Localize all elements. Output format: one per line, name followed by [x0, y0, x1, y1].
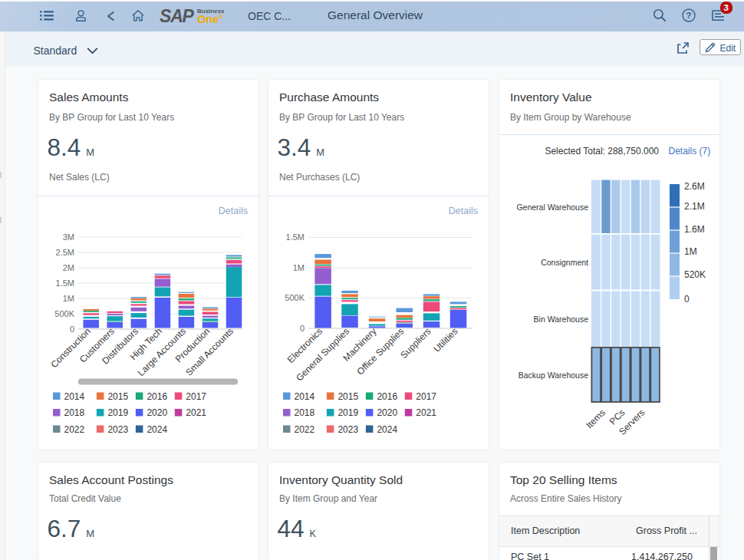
svg-text:3M: 3M — [63, 232, 74, 242]
svg-text:1M: 1M — [63, 294, 74, 303]
svg-text:1M: 1M — [293, 263, 305, 272]
svg-text:520K: 520K — [684, 269, 706, 280]
svg-text:0: 0 — [300, 324, 305, 333]
svg-text:2021: 2021 — [186, 407, 206, 418]
svg-text:2014: 2014 — [64, 391, 85, 402]
svg-text:Backup Warehouse: Backup Warehouse — [518, 371, 588, 380]
svg-text:Utilities: Utilities — [431, 326, 459, 354]
svg-text:2023: 2023 — [337, 424, 358, 435]
svg-text:2022: 2022 — [295, 424, 315, 435]
svg-text:2.5M: 2.5M — [56, 248, 74, 257]
svg-text:2014: 2014 — [295, 391, 315, 402]
svg-text:2024: 2024 — [377, 424, 397, 435]
svg-text:1.6M: 1.6M — [684, 224, 705, 235]
svg-text:1.5M: 1.5M — [286, 232, 305, 242]
svg-text:2019: 2019 — [107, 407, 128, 418]
svg-text:2020: 2020 — [377, 407, 397, 418]
svg-text:500K: 500K — [54, 309, 74, 318]
svg-text:2021: 2021 — [416, 407, 436, 418]
svg-text:?: ? — [686, 11, 691, 20]
svg-text:2018: 2018 — [295, 407, 315, 418]
svg-text:General Warehouse: General Warehouse — [516, 203, 588, 212]
svg-text:2017: 2017 — [186, 391, 206, 402]
svg-text:Bin Warehouse: Bin Warehouse — [534, 315, 589, 324]
svg-text:Consignment: Consignment — [541, 258, 588, 267]
svg-text:2017: 2017 — [416, 391, 436, 402]
svg-text:500K: 500K — [285, 293, 305, 302]
svg-text:2015: 2015 — [107, 391, 128, 402]
svg-text:0: 0 — [684, 294, 690, 305]
svg-text:Items: Items — [584, 407, 607, 431]
svg-text:2024: 2024 — [146, 424, 167, 435]
svg-text:2016: 2016 — [146, 391, 167, 402]
svg-text:2016: 2016 — [377, 391, 397, 402]
svg-text:2023: 2023 — [107, 424, 128, 435]
svg-text:1.5M: 1.5M — [56, 278, 74, 288]
svg-text:2019: 2019 — [337, 407, 358, 418]
svg-text:2.1M: 2.1M — [684, 201, 705, 212]
svg-text:2M: 2M — [63, 263, 74, 272]
svg-text:1M: 1M — [684, 246, 697, 257]
svg-text:2018: 2018 — [64, 407, 85, 418]
svg-text:2015: 2015 — [337, 391, 358, 402]
svg-text:2.6M: 2.6M — [684, 181, 705, 192]
svg-text:0: 0 — [70, 324, 74, 334]
svg-text:2020: 2020 — [146, 407, 167, 418]
svg-text:2022: 2022 — [64, 424, 85, 435]
